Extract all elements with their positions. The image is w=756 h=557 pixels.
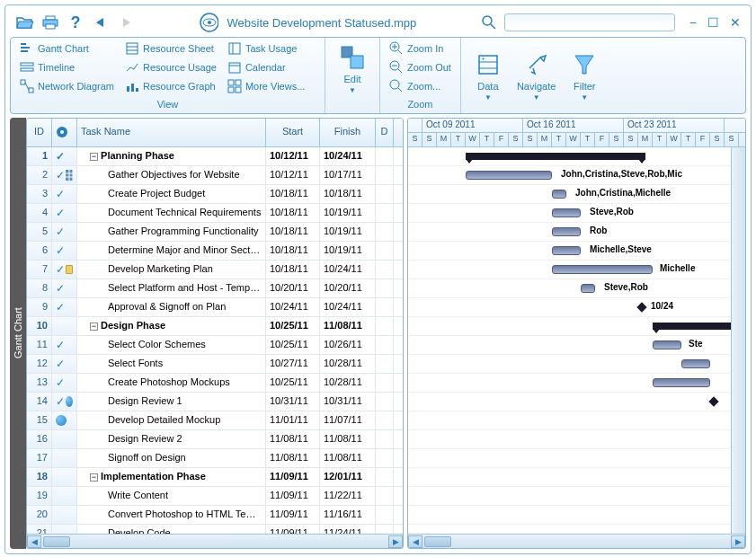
cell-d[interactable]	[376, 185, 394, 203]
timeline-button[interactable]: Timeline	[16, 58, 118, 76]
table-row[interactable]: 21Develop Code11/09/1111/24/11	[27, 525, 403, 534]
cell-d[interactable]	[376, 242, 394, 260]
scroll-right-icon[interactable]: ▶	[388, 535, 403, 548]
filter-button[interactable]: Filter ▼	[563, 40, 606, 111]
col-d[interactable]: D	[376, 119, 394, 146]
cell-start[interactable]: 11/09/11	[266, 487, 320, 505]
data-button[interactable]: + Data ▼	[467, 40, 510, 111]
cell-finish[interactable]: 10/19/11	[320, 242, 376, 260]
table-row[interactable]: 20Convert Photoshop to HTML Templ...11/0…	[27, 506, 403, 525]
search-icon[interactable]	[479, 13, 499, 31]
back-icon[interactable]	[91, 13, 111, 31]
table-row[interactable]: 8✓Select Platform and Host - Tempor...10…	[27, 279, 403, 298]
task-bar[interactable]	[552, 246, 581, 255]
cell-task-name[interactable]: − Implementation Phase	[77, 468, 266, 486]
cell-start[interactable]: 11/09/11	[266, 525, 320, 534]
cell-d[interactable]	[376, 336, 394, 354]
col-start[interactable]: Start	[266, 119, 320, 146]
maximize-icon[interactable]: ☐	[707, 15, 719, 30]
table-row[interactable]: 2✓Gather Objectives for Website10/12/111…	[27, 166, 403, 185]
cell-task-name[interactable]: Signoff on Design	[77, 449, 266, 467]
cell-start[interactable]: 10/20/11	[266, 279, 320, 297]
cell-d[interactable]	[376, 261, 394, 278]
resource-graph-button[interactable]: Resource Graph	[121, 77, 220, 95]
forward-icon[interactable]	[116, 13, 136, 31]
summary-bar[interactable]	[653, 323, 743, 330]
col-id[interactable]: ID	[27, 119, 52, 146]
more-views-button[interactable]: More Views...	[224, 77, 308, 95]
cell-task-name[interactable]: Create Photoshop Mockups	[77, 374, 266, 392]
task-bar[interactable]	[552, 227, 581, 236]
cell-task-name[interactable]: Convert Photoshop to HTML Templ...	[77, 506, 266, 524]
cell-task-name[interactable]: Determine Major and Minor Sections	[77, 242, 266, 260]
table-row[interactable]: 6✓Determine Major and Minor Sections10/1…	[27, 242, 403, 261]
calendar-button[interactable]: Calendar	[224, 58, 308, 76]
task-bar[interactable]	[552, 208, 581, 217]
cell-d[interactable]	[376, 204, 394, 222]
cell-task-name[interactable]: Approval & Signoff on Plan	[77, 298, 266, 316]
task-bar[interactable]	[581, 284, 595, 293]
collapse-toggle[interactable]: −	[90, 473, 98, 482]
cell-task-name[interactable]: Select Fonts	[77, 355, 266, 373]
task-bar[interactable]	[681, 359, 710, 368]
cell-d[interactable]	[376, 298, 394, 316]
cell-finish[interactable]: 11/16/11	[320, 506, 376, 524]
cell-d[interactable]	[376, 506, 394, 524]
task-bar[interactable]	[653, 378, 710, 387]
cell-start[interactable]: 10/18/11	[266, 242, 320, 260]
cell-finish[interactable]: 10/17/11	[320, 166, 376, 184]
eye-icon[interactable]	[199, 13, 218, 31]
cell-finish[interactable]: 10/28/11	[320, 374, 376, 392]
cell-task-name[interactable]: Develop Detailed Mockup	[77, 411, 266, 429]
cell-d[interactable]	[376, 411, 394, 429]
task-bar[interactable]	[552, 190, 566, 199]
minimize-icon[interactable]: −	[689, 15, 697, 30]
table-row[interactable]: 17Signoff on Design11/08/1111/08/11	[27, 449, 403, 468]
cell-start[interactable]: 10/18/11	[266, 261, 320, 278]
cell-start[interactable]: 11/09/11	[266, 468, 320, 486]
table-row[interactable]: 10− Design Phase10/25/1111/08/11	[27, 317, 403, 336]
cell-finish[interactable]: 10/28/11	[320, 355, 376, 373]
scroll-right-icon[interactable]: ▶	[731, 535, 745, 548]
cell-task-name[interactable]: Develop Code	[77, 525, 266, 534]
table-row[interactable]: 16Design Review 211/08/1111/08/11	[27, 430, 403, 449]
resource-usage-button[interactable]: Resource Usage	[121, 58, 220, 76]
table-row[interactable]: 12✓Select Fonts10/27/1110/28/11	[27, 355, 403, 374]
scroll-thumb[interactable]	[424, 536, 451, 547]
cell-start[interactable]: 10/25/11	[266, 317, 320, 335]
milestone-diamond[interactable]	[708, 396, 718, 406]
print-icon[interactable]	[40, 13, 60, 31]
cell-d[interactable]	[376, 487, 394, 505]
cell-finish[interactable]: 11/22/11	[320, 487, 376, 505]
cell-start[interactable]: 10/25/11	[266, 336, 320, 354]
edit-button[interactable]: Edit ▼	[331, 40, 374, 98]
cell-task-name[interactable]: Select Color Schemes	[77, 336, 266, 354]
grid-body[interactable]: 1✓− Planning Phase10/12/1110/24/112✓Gath…	[27, 147, 403, 534]
cell-finish[interactable]: 10/18/11	[320, 185, 376, 203]
cell-finish[interactable]: 11/08/11	[320, 430, 376, 448]
cell-start[interactable]: 10/31/11	[266, 393, 320, 411]
cell-finish[interactable]: 11/07/11	[320, 411, 376, 429]
cell-d[interactable]	[376, 468, 394, 486]
cell-start[interactable]: 10/18/11	[266, 223, 320, 241]
cell-start[interactable]: 10/18/11	[266, 185, 320, 203]
cell-task-name[interactable]: Develop Marketing Plan	[77, 261, 266, 278]
cell-d[interactable]	[376, 374, 394, 392]
side-tab-gantt[interactable]: Gantt Chart	[10, 118, 26, 549]
cell-start[interactable]: 11/08/11	[266, 449, 320, 467]
grid-scrollbar-h[interactable]: ◀ ▶	[27, 534, 403, 548]
cell-start[interactable]: 11/09/11	[266, 506, 320, 524]
navigate-button[interactable]: Navigate ▼	[510, 40, 563, 111]
cell-d[interactable]	[376, 166, 394, 184]
cell-task-name[interactable]: Gather Programming Functionality	[77, 223, 266, 241]
cell-d[interactable]	[376, 223, 394, 241]
cell-finish[interactable]: 11/08/11	[320, 317, 376, 335]
cell-finish[interactable]: 12/01/11	[320, 468, 376, 486]
cell-finish[interactable]: 10/19/11	[320, 204, 376, 222]
cell-start[interactable]: 10/12/11	[266, 147, 320, 165]
task-usage-button[interactable]: Task Usage	[224, 40, 308, 57]
zoom-out-button[interactable]: Zoom Out	[386, 58, 455, 76]
cell-start[interactable]: 10/24/11	[266, 298, 320, 316]
table-row[interactable]: 11✓Select Color Schemes10/25/1110/26/11	[27, 336, 403, 355]
cell-start[interactable]: 10/25/11	[266, 374, 320, 392]
